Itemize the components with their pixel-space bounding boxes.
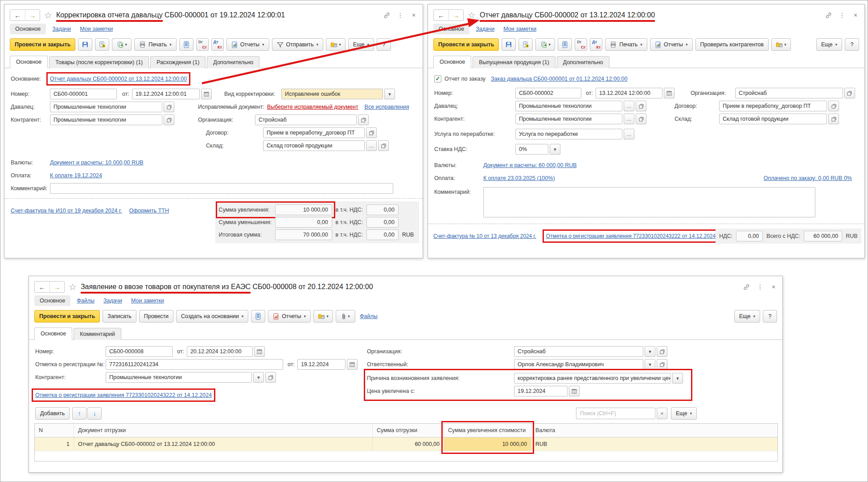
favorite-star-icon[interactable]: ☆ bbox=[69, 282, 77, 291]
w1-davalets-field[interactable]: Промышленные технологии bbox=[50, 102, 162, 112]
w2-print-button[interactable]: Печать▾ bbox=[605, 38, 647, 51]
w3-section-notes[interactable]: Мои заметки bbox=[128, 296, 167, 306]
open-link-icon[interactable] bbox=[828, 101, 839, 111]
open-link-icon[interactable] bbox=[265, 372, 276, 383]
w1-org-field[interactable]: Стройснаб bbox=[255, 114, 357, 125]
back-icon[interactable]: ← bbox=[434, 10, 448, 20]
dropdown-icon[interactable]: ▾ bbox=[645, 346, 655, 357]
w2-sklad-field[interactable]: Склад готовой продукции bbox=[719, 114, 827, 124]
w2-section-notes[interactable]: Мои заметки bbox=[501, 24, 539, 34]
w1-date-field[interactable]: 19.12.2024 12:00:01 bbox=[132, 89, 200, 99]
open-link-icon[interactable] bbox=[828, 114, 839, 124]
open-link-icon[interactable] bbox=[366, 127, 377, 138]
w1-currencies-link[interactable]: Документ и расчеты: 10 000,00 RUB bbox=[50, 159, 144, 166]
w1-section-notes[interactable]: Мои заметки bbox=[77, 24, 115, 34]
w1-section-main[interactable]: Основное bbox=[10, 24, 46, 34]
w3-price-date-field[interactable]: 19.12.2024 bbox=[514, 386, 568, 396]
dropdown-icon[interactable]: ▾ bbox=[550, 144, 560, 155]
w1-sklad-field[interactable]: Склад готовой продукции bbox=[263, 140, 365, 151]
w3-create-based-on-button[interactable]: Создать на основании▾ bbox=[176, 310, 248, 323]
clear-search-icon[interactable]: × bbox=[657, 408, 667, 419]
col-header-currency[interactable]: Валюта bbox=[531, 424, 777, 437]
forward-icon[interactable]: → bbox=[25, 10, 40, 20]
calendar-icon[interactable] bbox=[201, 89, 212, 99]
w1-payment-link[interactable]: К оплате 19.12.2024 bbox=[50, 172, 102, 179]
related-documents-icon[interactable] bbox=[179, 38, 193, 51]
w2-number-field[interactable]: СБ00-000002 bbox=[515, 88, 581, 98]
w2-org-field[interactable]: Стройснаб bbox=[735, 88, 843, 98]
w3-section-tasks[interactable]: Задачи bbox=[101, 296, 125, 306]
dropdown-icon[interactable]: ▾ bbox=[253, 372, 264, 383]
table-row[interactable]: 1 Отчет давальцу СБ00-000002 от 13.12.20… bbox=[35, 437, 777, 451]
open-link-icon[interactable] bbox=[636, 114, 646, 124]
w2-currencies-link[interactable]: Документ и расчеты: 60 000,00 RUB bbox=[483, 162, 577, 168]
dropdown-icon[interactable]: ▾ bbox=[645, 359, 655, 370]
w1-tab-goods[interactable]: Товары (после корректировки) (1) bbox=[49, 56, 149, 68]
open-link-icon[interactable] bbox=[358, 114, 369, 125]
open-link-icon[interactable] bbox=[378, 140, 389, 151]
w3-org-field[interactable]: Стройснаб bbox=[514, 346, 643, 357]
attached-files-icon[interactable]: ▾ bbox=[326, 38, 346, 51]
w1-number-field[interactable]: СБ00-000001 bbox=[50, 89, 117, 99]
attached-files-icon[interactable]: ▾ bbox=[313, 310, 333, 323]
forward-icon[interactable]: → bbox=[49, 282, 64, 292]
w1-reports-button[interactable]: Отчеты▾ bbox=[226, 38, 269, 51]
w1-vid-field[interactable]: Исправление ошибок bbox=[281, 89, 383, 99]
attached-files-icon[interactable]: ▾ bbox=[771, 38, 791, 51]
w1-post-and-close-button[interactable]: Провести и закрыть bbox=[10, 38, 75, 51]
back-icon[interactable]: ← bbox=[35, 282, 49, 292]
create-based-on-icon[interactable]: ▾ bbox=[535, 38, 555, 51]
move-down-icon[interactable]: ↓ bbox=[87, 407, 102, 420]
w3-reports-button[interactable]: Отчеты▾ bbox=[268, 310, 311, 323]
w2-post-and-close-button[interactable]: Провести и закрыть bbox=[433, 38, 499, 51]
open-link-icon[interactable] bbox=[164, 102, 174, 112]
open-link-icon[interactable] bbox=[164, 114, 174, 125]
w1-tab-diffs[interactable]: Расхождения (1) bbox=[150, 56, 206, 68]
w3-tab-comment[interactable]: Комментарий bbox=[74, 328, 121, 340]
w2-date-field[interactable]: 13.12.2024 12:00:00 bbox=[596, 88, 662, 98]
w1-all-corrections-link[interactable]: Все исправления bbox=[365, 104, 409, 110]
kebab-menu-icon[interactable]: ⋮ bbox=[757, 283, 764, 290]
w2-order-link[interactable]: Заказ давальца СБ00-000001 от 01.12.2024… bbox=[491, 76, 627, 82]
w1-comment-input[interactable] bbox=[50, 183, 393, 194]
related-documents-icon[interactable] bbox=[558, 38, 572, 51]
w1-help-button[interactable]: ? bbox=[377, 38, 391, 51]
search-input[interactable] bbox=[576, 408, 655, 419]
w2-tab-products[interactable]: Выпущенная продукция (1) bbox=[473, 56, 555, 68]
w2-vat-rate-field[interactable]: 0% bbox=[515, 144, 548, 155]
post-document-icon[interactable] bbox=[95, 38, 109, 51]
cell-shipment-doc[interactable]: Отчет давальцу СБ00-000002 от 13.12.2024… bbox=[74, 437, 373, 451]
w3-section-files[interactable]: Файлы bbox=[74, 296, 97, 306]
dr-cr-entries-icon[interactable]: DrCr bbox=[196, 38, 209, 51]
w2-more-button[interactable]: Еще▾ bbox=[816, 38, 842, 51]
w3-more-button[interactable]: Еще▾ bbox=[734, 310, 760, 323]
w3-files-link[interactable]: Файлы bbox=[360, 313, 378, 319]
w3-number-field[interactable]: СБ00-000008 bbox=[106, 346, 173, 357]
w3-responsible-field[interactable]: Орлов Александр Владимирович bbox=[514, 359, 643, 370]
w2-reports-button[interactable]: Отчеты▾ bbox=[650, 38, 693, 51]
ellipsis-icon[interactable]: … bbox=[624, 114, 634, 124]
w2-kontragent-field[interactable]: Промышленные технологии bbox=[515, 114, 622, 124]
w2-paid-by-order-link[interactable]: Оплачено по заказу: 0,00 RUB 0% bbox=[764, 175, 852, 181]
paperclip-icon[interactable]: ▾ bbox=[336, 310, 355, 323]
move-up-icon[interactable]: ↑ bbox=[72, 407, 86, 420]
close-icon[interactable]: × bbox=[410, 12, 417, 19]
w2-invoice-link[interactable]: Счет-фактура № 10 от 13 декабря 2024 г. bbox=[433, 233, 536, 239]
w2-davalets-field[interactable]: Промышленные технологии bbox=[515, 101, 622, 111]
w3-add-row-button[interactable]: Добавить bbox=[35, 407, 70, 420]
ellipsis-icon[interactable]: … bbox=[624, 101, 634, 111]
order-checkbox[interactable]: ✓ bbox=[434, 75, 441, 82]
post-document-icon[interactable] bbox=[518, 38, 533, 51]
w1-section-tasks[interactable]: Задачи bbox=[49, 24, 74, 34]
w3-help-button[interactable]: ? bbox=[763, 310, 777, 323]
w1-dogovor-field[interactable]: Прием в переработку_договор ПТ bbox=[263, 127, 365, 138]
w3-table-more-button[interactable]: Еще▾ bbox=[671, 407, 697, 420]
save-icon[interactable] bbox=[78, 38, 92, 51]
cell-shipment-amount[interactable]: 60 000,00 bbox=[373, 437, 444, 451]
w3-reason-field[interactable]: корректировка ранее представленного при … bbox=[514, 373, 671, 384]
w1-tab-extra[interactable]: Дополнительно bbox=[207, 56, 259, 68]
dr-cr-entries-icon[interactable]: DrCr bbox=[575, 38, 587, 51]
copy-link-icon[interactable] bbox=[825, 12, 832, 19]
w1-osnovanie-link[interactable]: Отчет давальцу СБ00-000002 от 13.12.2024… bbox=[50, 76, 187, 82]
calendar-icon[interactable] bbox=[569, 386, 580, 396]
